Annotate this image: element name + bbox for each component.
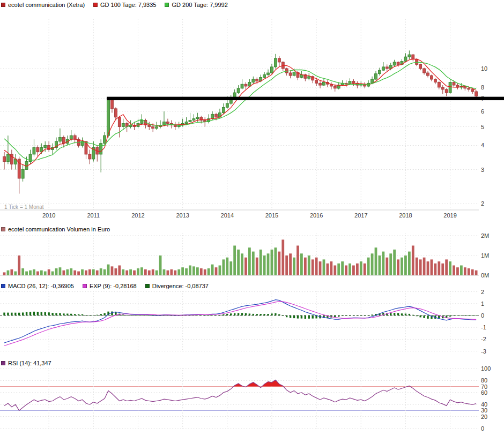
legend-label: MACD (26, 12): -0,36905 <box>8 283 74 289</box>
svg-text:0: 0 <box>481 425 484 432</box>
legend-item: ecotel communication (Xetra) <box>1 2 85 8</box>
price-chart-canvas[interactable]: 1087654322010201120122013201420152016201… <box>0 7 504 228</box>
series-swatch-icon <box>83 284 87 288</box>
legend-item: EXP (9): -0,28168 <box>83 283 137 289</box>
svg-text:2018: 2018 <box>399 212 412 219</box>
svg-text:2: 2 <box>481 289 484 295</box>
svg-text:100: 100 <box>481 366 491 372</box>
svg-text:40: 40 <box>481 401 487 408</box>
svg-text:2015: 2015 <box>265 212 278 219</box>
legend-label: EXP (9): -0,28168 <box>90 283 137 289</box>
svg-text:1M: 1M <box>481 252 489 259</box>
svg-text:30: 30 <box>481 407 487 414</box>
svg-text:2M: 2M <box>481 234 489 239</box>
svg-text:8: 8 <box>481 84 484 91</box>
svg-text:2013: 2013 <box>176 212 189 219</box>
svg-text:2014: 2014 <box>221 212 234 219</box>
svg-text:1: 1 <box>481 300 484 307</box>
rsi-chart-canvas[interactable]: 1008070604030200 <box>0 366 504 434</box>
series-swatch-icon <box>1 284 5 288</box>
legend-item: GD 100 Tage: 7,9335 <box>93 2 156 8</box>
svg-text:5: 5 <box>481 124 484 130</box>
volume-chart-legend: ecotel communication Volumen in Euro <box>1 225 110 232</box>
chart-page: ecotel communication (Xetra)GD 100 Tage:… <box>0 0 504 436</box>
legend-label: GD 100 Tage: 7,9335 <box>100 2 156 8</box>
series-swatch-icon <box>145 284 150 288</box>
series-swatch-icon <box>93 3 98 7</box>
svg-text:2: 2 <box>481 200 484 207</box>
legend-item: GD 200 Tage: 7,9992 <box>165 2 227 8</box>
divergence-histogram-layer <box>3 312 477 319</box>
svg-text:80: 80 <box>481 377 487 384</box>
svg-text:-3: -3 <box>481 348 486 355</box>
svg-text:2016: 2016 <box>310 212 323 219</box>
svg-text:-1: -1 <box>481 324 486 330</box>
svg-text:0: 0 <box>481 312 484 319</box>
svg-text:2010: 2010 <box>42 212 55 219</box>
legend-item: RSI (14): 41,347 <box>1 360 51 366</box>
svg-text:6: 6 <box>481 108 484 115</box>
svg-text:10: 10 <box>481 65 487 72</box>
svg-text:-2: -2 <box>481 336 486 342</box>
series-swatch-icon <box>1 227 5 231</box>
svg-text:0M: 0M <box>481 272 489 279</box>
svg-text:2019: 2019 <box>443 212 456 219</box>
svg-text:3: 3 <box>481 167 484 173</box>
rsi-chart-legend: RSI (14): 41,347 <box>1 359 51 366</box>
legend-label: ecotel communication (Xetra) <box>8 2 85 8</box>
series-swatch-icon <box>1 3 5 7</box>
series-swatch-icon <box>165 3 169 7</box>
series-swatch-icon <box>1 361 5 365</box>
legend-label: GD 200 Tage: 7,9992 <box>172 2 227 8</box>
legend-label: Divergence: -0,08737 <box>152 283 209 289</box>
svg-text:60: 60 <box>481 389 487 396</box>
price-grid-layer: 1087654322010201120122013201420152016201… <box>0 19 487 219</box>
candles-layer <box>3 50 478 193</box>
legend-item: MACD (26, 12): -0,36905 <box>1 283 74 289</box>
tick-interval-note: 1 Tick = 1 Monat <box>4 204 44 210</box>
svg-text:70: 70 <box>481 384 487 390</box>
macd-chart-legend: MACD (26, 12): -0,36905EXP (9): -0,28168… <box>1 282 209 289</box>
volume-bars-layer <box>3 239 478 275</box>
support-resistance-line <box>107 97 504 100</box>
legend-label: ecotel communication Volumen in Euro <box>8 226 110 232</box>
volume-chart-canvas[interactable]: 2M1M0M <box>0 234 504 279</box>
svg-text:2017: 2017 <box>354 212 367 219</box>
svg-text:4: 4 <box>481 142 484 148</box>
overbought-fill-layer <box>233 380 410 386</box>
legend-item: ecotel communication Volumen in Euro <box>1 226 110 232</box>
svg-text:2011: 2011 <box>87 212 100 219</box>
svg-text:2012: 2012 <box>131 212 144 219</box>
legend-item: Divergence: -0,08737 <box>145 283 209 289</box>
svg-text:20: 20 <box>481 414 487 420</box>
legend-label: RSI (14): 41,347 <box>8 360 51 366</box>
macd-chart-canvas[interactable]: 210-1-2-3 <box>0 289 504 356</box>
